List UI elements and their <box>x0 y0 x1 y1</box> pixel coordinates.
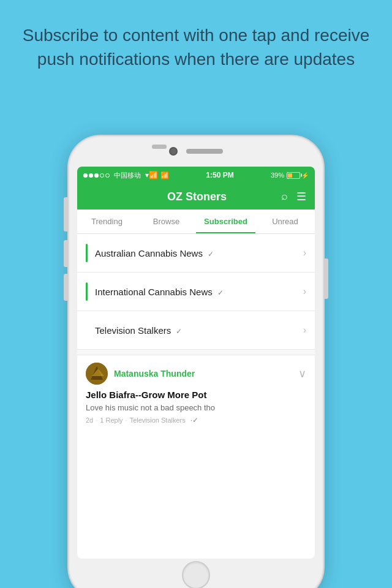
volume-up-button <box>64 240 67 267</box>
chevron-icon: › <box>303 325 306 336</box>
header-icons: ⌕ ☰ <box>281 190 306 203</box>
app-title: OZ Stoners <box>113 190 281 203</box>
side-button-silent <box>64 197 67 213</box>
phone-top-area <box>69 136 323 162</box>
post-replies: 1 Reply <box>100 417 123 424</box>
list-item[interactable]: Australian Cannabis News ✓ › <box>77 234 315 273</box>
signal-dot-5 <box>105 173 110 178</box>
app-header: OZ Stoners ⌕ ☰ <box>77 184 315 209</box>
post-card[interactable]: Matanuska Thunder ∨ Jello Biafra--Grow M… <box>77 355 315 432</box>
list-item[interactable]: Television Stalkers ✓ › <box>77 311 315 350</box>
volume-down-button <box>64 274 67 301</box>
post-channel: Television Stalkers <box>130 417 186 424</box>
tab-unread[interactable]: Unread <box>255 209 315 233</box>
battery-percent: 39% <box>271 172 284 179</box>
carrier-name: 中国移动 <box>114 171 141 180</box>
tab-bar: Trending Browse Subscribed Unread <box>77 209 315 234</box>
list-item-title: Television Stalkers ✓ <box>95 325 303 336</box>
phone-screen: 中国移动 ▾📶 📶 1:50 PM 39% ⚡ OZ Stoners ⌕ ☰ <box>77 167 315 559</box>
post-verified: ·✓ <box>190 416 198 424</box>
status-left: 中国移动 ▾📶 📶 <box>83 171 169 180</box>
post-excerpt: Love his music not a bad speech tho <box>86 403 306 412</box>
post-avatar <box>86 363 108 385</box>
home-button[interactable] <box>182 561 210 588</box>
battery-fill <box>288 173 292 178</box>
battery-icon <box>287 172 300 179</box>
meta-sep-2: · <box>126 417 127 424</box>
phone-shell: 中国移动 ▾📶 📶 1:50 PM 39% ⚡ OZ Stoners ⌕ ☰ <box>67 135 325 588</box>
post-meta: 2d · 1 Reply · Television Stalkers ·✓ <box>86 416 306 424</box>
expand-icon[interactable]: ∨ <box>298 367 306 380</box>
menu-icon[interactable]: ☰ <box>296 190 306 203</box>
signal-dots <box>83 173 110 178</box>
signal-dot-1 <box>83 173 88 178</box>
wifi-icon: ▾📶 <box>145 171 158 179</box>
list-item-bar <box>86 321 88 339</box>
wifi-symbol: 📶 <box>160 172 169 179</box>
verified-icon: ✓ <box>217 288 224 297</box>
post-header: Matanuska Thunder ∨ <box>86 363 306 385</box>
status-time: 1:50 PM <box>206 171 233 179</box>
post-time: 2d <box>86 417 93 424</box>
power-button <box>325 258 328 299</box>
post-author: Matanuska Thunder <box>114 369 195 379</box>
signal-dot-3 <box>94 173 99 178</box>
headline: Subscribe to content with one tap and re… <box>0 0 392 89</box>
signal-dot-2 <box>89 173 93 178</box>
battery-area: 39% ⚡ <box>271 172 309 179</box>
tab-subscribed[interactable]: Subscribed <box>196 209 255 233</box>
search-icon[interactable]: ⌕ <box>281 190 288 203</box>
meta-sep-1: · <box>96 417 97 424</box>
list-item-title: International Cannabis News ✓ <box>95 287 303 297</box>
verified-icon: ✓ <box>208 250 214 258</box>
speaker-grille <box>186 149 223 154</box>
list-item-bar <box>86 244 88 262</box>
tab-browse[interactable]: Browse <box>137 209 196 233</box>
post-title: Jello Biafra--Grow More Pot <box>86 390 306 400</box>
status-bar: 中国移动 ▾📶 📶 1:50 PM 39% ⚡ <box>77 167 315 184</box>
signal-dot-4 <box>100 173 104 178</box>
verified-icon: ✓ <box>176 327 182 336</box>
front-camera <box>169 147 178 156</box>
silent-switch <box>152 145 167 149</box>
content-area: Australian Cannabis News ✓ › Internation… <box>77 234 315 432</box>
tab-trending[interactable]: Trending <box>77 209 137 233</box>
chevron-icon: › <box>303 247 306 258</box>
list-item-title: Australian Cannabis News ✓ <box>95 248 303 258</box>
chevron-icon: › <box>303 286 306 297</box>
list-item[interactable]: International Cannabis News ✓ › <box>77 273 315 311</box>
bolt-icon: ⚡ <box>301 172 309 179</box>
list-item-bar <box>86 282 88 301</box>
